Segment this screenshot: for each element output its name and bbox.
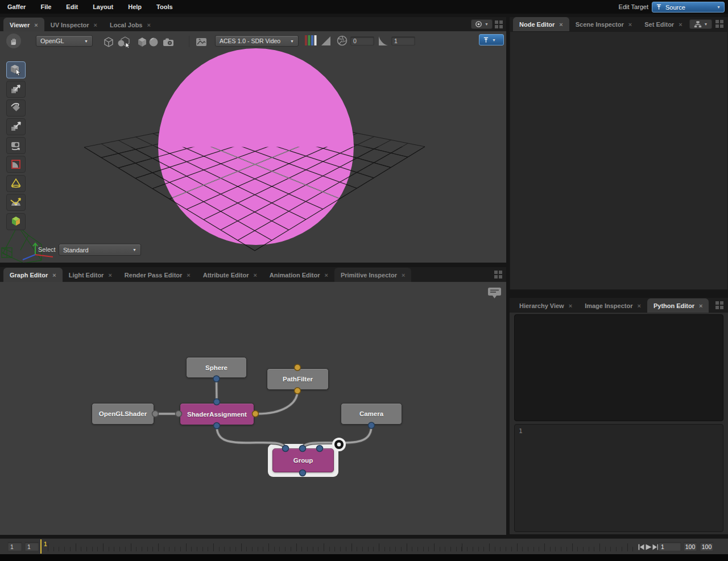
select-mode-value: Standard xyxy=(63,247,89,254)
close-icon[interactable]: × xyxy=(559,21,562,28)
current-frame-value: 1 xyxy=(661,543,664,550)
node-group[interactable]: Group xyxy=(272,448,334,472)
exposure-icon[interactable] xyxy=(321,36,331,46)
tab-node-editor[interactable]: Node Editor × xyxy=(513,17,569,31)
tab-animation-editor[interactable]: Animation Editor × xyxy=(263,268,334,282)
aperture-icon[interactable] xyxy=(337,35,348,46)
skip-to-start-button[interactable] xyxy=(638,543,644,550)
close-icon[interactable]: × xyxy=(637,302,640,309)
camera-settings-button[interactable] xyxy=(161,36,176,48)
node-shaderassignment[interactable]: ShaderAssignment xyxy=(180,403,254,425)
menu-layout[interactable]: Layout xyxy=(85,3,121,10)
tab-attribute-editor[interactable]: Attribute Editor × xyxy=(197,268,263,282)
node-label: ShaderAssignment xyxy=(187,411,247,418)
menu-help[interactable]: Help xyxy=(121,3,149,10)
tab-set-editor[interactable]: Set Editor × xyxy=(638,17,688,31)
render-view-button[interactable] xyxy=(194,36,209,48)
layout-grid-icon[interactable] xyxy=(715,301,723,309)
tool-rotate[interactable] xyxy=(6,99,26,117)
close-icon[interactable]: × xyxy=(187,272,190,279)
close-icon[interactable]: × xyxy=(108,272,111,279)
close-icon[interactable]: × xyxy=(253,272,257,279)
close-icon[interactable]: × xyxy=(569,302,572,309)
exposure-field[interactable]: 0 xyxy=(350,36,374,45)
layout-grid-icon[interactable] xyxy=(495,20,503,28)
close-icon[interactable]: × xyxy=(628,21,632,28)
close-icon[interactable]: × xyxy=(402,272,405,279)
current-frame-field[interactable]: 1 xyxy=(658,542,681,551)
close-icon[interactable]: × xyxy=(94,22,97,28)
tool-light-position[interactable] xyxy=(6,194,26,211)
viewport-canvas[interactable] xyxy=(0,31,506,263)
channels-rgba-icon[interactable] xyxy=(305,35,317,46)
sphere-object[interactable] xyxy=(158,48,354,245)
graph-editor-canvas[interactable]: Sphere PathFilter OpenGLShader ShaderAss… xyxy=(0,282,506,535)
colorspace-dropdown[interactable]: ACES 1.0 - SDR Video ▼ xyxy=(215,35,299,47)
tab-hierarchy-view[interactable]: Hierarchy View × xyxy=(513,298,578,313)
pan-hand-button[interactable] xyxy=(6,34,21,48)
viewer-viewport[interactable]: OpenGL ▼ xyxy=(0,31,506,263)
edit-target-dropdown[interactable]: Source ▼ xyxy=(652,2,725,13)
close-icon[interactable]: × xyxy=(324,272,328,279)
menu-edit[interactable]: Edit xyxy=(59,3,85,10)
close-icon[interactable]: × xyxy=(679,21,682,28)
tab-python-editor[interactable]: Python Editor × xyxy=(647,298,709,313)
display-mode-dropdown[interactable]: OpenGL ▼ xyxy=(36,35,93,47)
close-icon[interactable]: × xyxy=(34,22,38,28)
tab-viewer[interactable]: Viewer × xyxy=(3,18,44,32)
play-button[interactable] xyxy=(645,543,652,550)
tab-uv-inspector[interactable]: UV Inspector × xyxy=(44,18,104,32)
tab-label: Node Editor xyxy=(519,21,555,28)
gamma-icon[interactable] xyxy=(378,36,388,46)
viewer-tabbar: Viewer × UV Inspector × Local Jobs × xyxy=(0,17,506,32)
tab-light-editor[interactable]: Light Editor × xyxy=(63,268,118,282)
timeline-start-field[interactable]: 1 xyxy=(7,542,22,551)
viewer-focus-menu-button[interactable]: ▼ xyxy=(471,19,493,29)
timeline-start-value: 1 xyxy=(10,543,14,550)
shaded-sphere-button[interactable] xyxy=(146,36,161,48)
tab-graph-editor[interactable]: Graph Editor × xyxy=(3,268,63,282)
menu-gaffer[interactable]: Gaffer xyxy=(0,3,33,10)
tab-scene-inspector[interactable]: Scene Inspector × xyxy=(569,17,638,31)
frame-end-field[interactable]: 100 xyxy=(683,542,697,551)
python-output-area[interactable] xyxy=(514,314,723,421)
menu-bar: Gaffer File Edit Layout Help Tools Edit … xyxy=(0,0,728,14)
tab-render-pass-editor[interactable]: Render Pass Editor × xyxy=(118,268,197,282)
gamma-field[interactable]: 1 xyxy=(391,36,415,45)
shading-mode-button[interactable] xyxy=(115,36,133,48)
timeline-ruler[interactable] xyxy=(48,541,636,553)
viewer-pin-dropdown[interactable]: ▼ xyxy=(479,34,504,45)
shading-wireframe-button[interactable] xyxy=(101,36,116,48)
tool-camera[interactable] xyxy=(6,137,26,154)
node-camera[interactable]: Camera xyxy=(341,403,402,425)
node-pathfilter[interactable]: PathFilter xyxy=(267,368,329,390)
tab-local-jobs[interactable]: Local Jobs × xyxy=(104,18,157,32)
close-icon[interactable]: × xyxy=(147,22,150,28)
timeline-current-field[interactable]: 1 xyxy=(24,542,39,551)
tool-select[interactable] xyxy=(6,61,26,78)
close-icon[interactable]: × xyxy=(52,272,56,279)
close-icon[interactable]: × xyxy=(699,302,702,309)
timeline-playhead[interactable] xyxy=(40,539,42,554)
tool-scale[interactable] xyxy=(6,118,26,135)
python-input-area[interactable]: 1 xyxy=(514,424,723,532)
tab-label: Attribute Editor xyxy=(203,272,249,279)
tool-translate[interactable] xyxy=(6,81,26,98)
tab-image-inspector[interactable]: Image Inspector × xyxy=(578,298,647,313)
annotation-bubble-icon[interactable] xyxy=(487,287,502,301)
chevron-down-icon: ▼ xyxy=(84,39,88,43)
node-sphere[interactable]: Sphere xyxy=(186,357,247,378)
tool-display-cube[interactable] xyxy=(6,213,26,230)
node-openglshader[interactable]: OpenGLShader xyxy=(92,403,154,425)
select-mode-dropdown[interactable]: Standard ▼ xyxy=(59,244,141,256)
menu-tools[interactable]: Tools xyxy=(149,3,180,10)
chevron-down-icon: ▼ xyxy=(717,5,721,9)
tool-crop-window[interactable] xyxy=(6,156,26,173)
node-editor-mode-button[interactable]: ▼ xyxy=(689,19,712,29)
tool-light[interactable] xyxy=(6,175,26,192)
menu-file[interactable]: File xyxy=(33,3,59,10)
range-end-field[interactable]: 100 xyxy=(700,542,714,551)
layout-grid-icon[interactable] xyxy=(494,271,502,279)
layout-grid-icon[interactable] xyxy=(715,20,723,28)
tab-primitive-inspector[interactable]: Primitive Inspector × xyxy=(334,268,411,282)
